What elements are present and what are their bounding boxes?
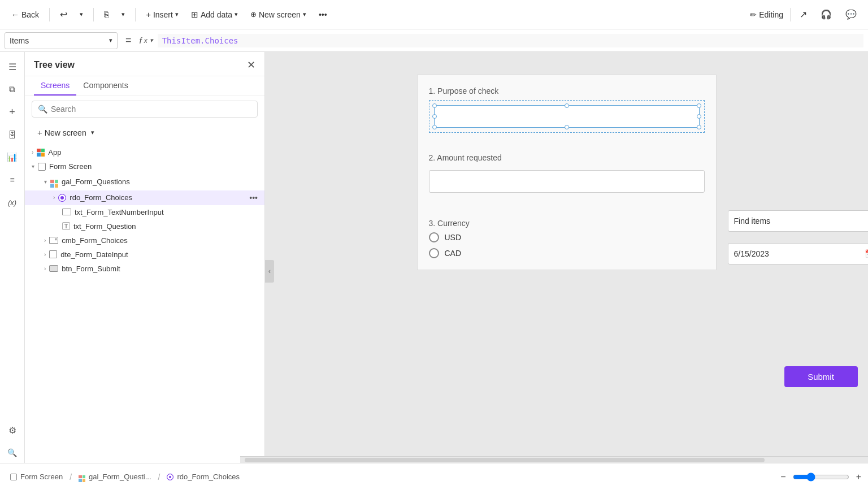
tab-components[interactable]: Components (76, 76, 134, 96)
section2-label: 2. Amount requested (429, 153, 705, 162)
data-icon: 🗄 (8, 130, 16, 140)
editing-button[interactable]: ✏ Editing (743, 8, 791, 21)
tree-node-app[interactable]: › App (25, 145, 264, 159)
back-button[interactable]: Back (7, 8, 44, 21)
tree-node-form-screen[interactable]: ▾ Form Screen (25, 159, 264, 174)
handle-tm[interactable] (565, 103, 569, 108)
share-button[interactable]: ↗ (795, 7, 811, 22)
stripes-icon-button[interactable]: ≡ (2, 170, 23, 190)
toolbar-right: ✏ Editing ↗ 🎧 💬 (743, 7, 861, 22)
chart-icon-button[interactable]: 📊 (2, 147, 23, 167)
add-data-label: Add data (201, 10, 232, 19)
sep2 (93, 8, 94, 21)
scroll-left-button[interactable]: ‹ (265, 260, 274, 283)
zoom-plus-button[interactable]: + (854, 470, 863, 484)
undo-button[interactable]: ↩ (55, 7, 72, 22)
section3-label: 3. Currency (429, 219, 705, 228)
handle-bl[interactable] (432, 125, 437, 129)
sep3 (135, 8, 136, 21)
tree-node-btn-form-submit[interactable]: › btn_Form_Submit (25, 262, 264, 276)
horizontal-scrollbar[interactable] (240, 456, 868, 463)
formula-input[interactable] (158, 34, 863, 47)
zoom-minus-button[interactable]: − (778, 470, 788, 484)
screen-icon (38, 163, 46, 171)
undo-icon: ↩ (60, 9, 67, 20)
breadcrumb-rdo-label: rdo_Form_Choices (177, 472, 240, 481)
handle-tr[interactable] (697, 103, 701, 108)
find-items-label: Find items (734, 216, 771, 226)
fx-x: x (144, 37, 147, 45)
search-icon-button[interactable]: 🔍 (2, 443, 23, 463)
breadcrumb-sep-1: / (70, 472, 72, 482)
breadcrumb-gal[interactable]: gal_Form_Questi... (73, 469, 157, 484)
amount-requested-input[interactable] (429, 170, 705, 193)
tree-node-rdo-form-choices[interactable]: › rdo_Form_Choices ••• (25, 190, 264, 205)
comments-button[interactable]: 💬 (841, 7, 861, 22)
chevron-down-icon: ▾ (80, 11, 83, 18)
date-input-box[interactable]: 6/15/2023 📅 (728, 243, 869, 264)
chevron-down-icon-4: ▾ (235, 11, 238, 18)
add-icon: + (9, 106, 15, 118)
variable-icon-button[interactable]: (x) (2, 192, 23, 213)
more-options-button[interactable]: ••• (314, 8, 332, 21)
add-icon-button[interactable]: + (2, 102, 23, 122)
section1-label: 1. Purpose of check (429, 86, 705, 96)
tree-node-gal-label: gal_Form_Questions (62, 177, 130, 186)
tree-items: › App ▾ Form Screen ▾ gal_Form_Questions (25, 145, 264, 490)
tree-node-gal-form-questions[interactable]: ▾ gal_Form_Questions (25, 174, 264, 190)
tree-close-button[interactable]: ✕ (247, 59, 255, 71)
tab-screens[interactable]: Screens (34, 76, 76, 96)
handle-ml[interactable] (432, 114, 437, 119)
purpose-dropdown-container (429, 100, 705, 133)
zoom-slider[interactable] (793, 472, 849, 482)
more-options-rdo-button[interactable]: ••• (249, 193, 258, 202)
tree-search-input[interactable] (51, 105, 251, 114)
handle-tl[interactable] (432, 103, 437, 108)
submit-button[interactable]: Submit (784, 366, 858, 387)
radio-option-usd[interactable]: USD (429, 232, 705, 242)
undo-dropdown-button[interactable]: ▾ (75, 8, 88, 20)
calendar-icon: 📅 (865, 249, 869, 258)
new-screen-button[interactable]: ⊕ New screen ▾ (246, 8, 311, 21)
handle-mr[interactable] (697, 114, 701, 119)
breadcrumb-gal-label: gal_Form_Questi... (89, 472, 151, 481)
tree-node-txt-question-label: txt_Form_Question (73, 222, 136, 231)
handle-bm[interactable] (565, 125, 569, 129)
formula-bar: Items ▾ = f x ▾ (0, 29, 868, 52)
copy-button[interactable]: ⎘ (99, 7, 114, 21)
tree-node-txt-textnumber[interactable]: txt_Form_TextNumberInput (25, 205, 264, 219)
layers-icon-button[interactable]: ⧉ (2, 79, 23, 99)
chevron-down-icon-screen: ▾ (32, 163, 34, 170)
tree-node-cmb-form-choices[interactable]: › cmb_Form_Choices (25, 233, 264, 248)
find-items-dropdown[interactable]: Find items ▾ (728, 210, 869, 232)
breadcrumb-form-screen[interactable]: Form Screen (5, 470, 68, 483)
tree-node-dte-form-dateinput[interactable]: › dte_Form_DateInput (25, 248, 264, 262)
combo-icon (49, 237, 58, 244)
gallery-icon (50, 176, 58, 188)
headphones-button[interactable]: 🎧 (816, 7, 836, 22)
new-screen-tree-button[interactable]: + New screen ▾ (32, 124, 258, 141)
add-data-button[interactable]: ⊞ Add data ▾ (186, 7, 242, 22)
textinput-icon (62, 209, 71, 215)
property-dropdown[interactable]: Items ▾ (5, 32, 118, 49)
purpose-dropdown-selected[interactable] (434, 105, 700, 128)
radio-circle-usd (429, 232, 439, 242)
plus-icon-tree: + (37, 128, 42, 137)
settings-icon-button[interactable]: ⚙ (2, 420, 23, 440)
share-icon: ↗ (800, 9, 807, 20)
copy-dropdown-button[interactable]: ▾ (117, 8, 129, 20)
menu-icon-button[interactable]: ☰ (2, 57, 23, 77)
radio-label-usd: USD (445, 233, 462, 242)
data-icon-button[interactable]: 🗄 (2, 124, 23, 145)
chevron-down-icon-2: ▾ (121, 11, 125, 18)
tree-tabs: Screens Components (25, 76, 264, 96)
text-icon: T (62, 222, 70, 230)
handle-br[interactable] (697, 125, 701, 129)
tree-node-txt-question[interactable]: T txt_Form_Question (25, 219, 264, 233)
breadcrumb-rdo[interactable]: rdo_Form_Choices (161, 470, 245, 483)
insert-button[interactable]: + Insert ▾ (141, 7, 183, 21)
radio-option-cad[interactable]: CAD (429, 248, 705, 258)
radio-label-cad: CAD (445, 249, 462, 258)
right-widgets: Find items ▾ 6/15/2023 📅 Submit (728, 210, 869, 387)
search-icon: 🔍 (7, 448, 17, 457)
